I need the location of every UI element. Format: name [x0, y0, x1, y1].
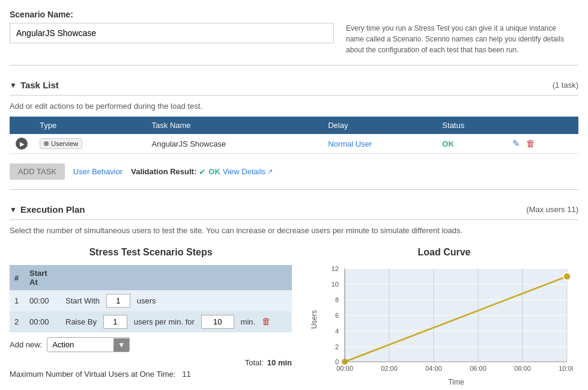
y-label-10: 10	[332, 281, 339, 288]
table-row: ▶ Userview AngularJS Showcase Normal Use…	[10, 134, 578, 154]
validation-label: Validation Result:	[131, 167, 196, 176]
step-start-2: 00:00	[25, 311, 61, 332]
task-list-chevron: ▼	[10, 81, 17, 90]
scenario-hint: Every time you run a Stress Test you can…	[346, 23, 574, 55]
max-users-row: Maximum Number of Virtual Users at One T…	[10, 370, 292, 379]
step-action-1: Start With	[65, 296, 100, 305]
row-type: Userview	[34, 134, 146, 154]
end-dot	[563, 273, 571, 280]
stress-test-title: Stress Test Scenario Steps	[10, 247, 292, 258]
stress-test-box: Stress Test Scenario Steps # Start At 1	[10, 247, 292, 386]
step-num-1: 1	[10, 290, 25, 311]
step-value2-2[interactable]	[201, 315, 234, 329]
edit-icon[interactable]: ✎	[512, 138, 520, 148]
row-edit-delete: ✎ 🗑	[506, 134, 578, 154]
external-link-icon: ↗	[267, 168, 273, 175]
scenario-name-label: Scenario Name:	[10, 10, 578, 19]
col-type	[10, 117, 34, 134]
task-list-count: (1 task)	[553, 81, 578, 90]
scenario-section: Scenario Name: Every time you run a Stre…	[10, 10, 578, 55]
col-status: Status	[436, 117, 506, 134]
y-label-2: 2	[335, 343, 339, 350]
total-value: 10 min	[267, 358, 292, 367]
exec-description: Select the number of simultaneous users …	[10, 220, 578, 241]
delay-link[interactable]: Normal User	[328, 139, 372, 148]
x-label-3: 06:00	[470, 365, 486, 372]
step-value1-2[interactable]	[103, 315, 127, 329]
col-start: Start At	[25, 265, 61, 290]
load-curve-title: Load Curve	[310, 247, 578, 258]
chart-wrapper: Users	[310, 263, 578, 377]
execution-plan-title-group: ▼ Execution Plan	[10, 204, 85, 215]
step-action-2: Raise By	[65, 317, 97, 326]
row-taskname: AngularJS Showcase	[146, 134, 323, 154]
load-curve-box: Load Curve Users	[310, 247, 578, 386]
step-unit1-2: users per min. for	[134, 317, 195, 326]
scenario-row: Every time you run a Stress Test you can…	[10, 23, 578, 55]
action-dropdown-btn[interactable]: ▼	[114, 338, 129, 352]
userview-label: Userview	[51, 140, 78, 147]
row-play: ▶	[10, 134, 34, 154]
x-label-1: 02:00	[381, 365, 398, 372]
col-taskname: Task Name	[146, 117, 323, 134]
col-type-label: Type	[34, 117, 146, 134]
step-unit2-2: min.	[241, 317, 256, 326]
execution-plan-section: ▼ Execution Plan (Max users 11) Select t…	[10, 200, 578, 386]
x-label-0: 00:00	[336, 365, 353, 372]
col-action-detail	[61, 265, 292, 290]
scenario-name-input[interactable]	[10, 23, 334, 43]
x-label-5: 10:00	[559, 365, 573, 372]
validation-result: Validation Result: ✔ OK View Details ↗	[131, 167, 273, 177]
step-row-2: 2 00:00 Raise By users per min. for	[10, 311, 292, 332]
delete-step-2[interactable]: 🗑	[262, 316, 271, 326]
y-label-6: 6	[335, 312, 339, 319]
action-select[interactable]: Action	[47, 338, 114, 352]
user-behavior-link[interactable]: User Behavior	[73, 167, 123, 176]
x-label-4: 08:00	[514, 365, 531, 372]
execution-plan-chevron: ▼	[10, 206, 17, 214]
divider2	[10, 189, 578, 190]
task-table: Type Task Name Delay Status ▶	[10, 117, 578, 154]
y-axis-label: Users	[310, 310, 318, 329]
task-list-section: ▼ Task List (1 task) Add or edit actions…	[10, 75, 578, 184]
x-axis-label: Time	[334, 378, 578, 386]
add-new-label: Add new:	[10, 340, 42, 349]
divider	[10, 65, 578, 66]
check-icon: ✔	[199, 167, 206, 177]
col-delay: Delay	[322, 117, 436, 134]
userview-badge: Userview	[40, 138, 82, 149]
step-value1-1[interactable]	[106, 294, 130, 308]
load-curve-chart: 12 10 8 6 4 2 0 00:00 02:00 04:00 06:00 …	[321, 263, 573, 377]
row-status: OK	[436, 134, 506, 154]
step-row-1: 1 00:00 Start With users	[10, 290, 292, 311]
col-num: #	[10, 265, 25, 290]
y-label-8: 8	[335, 296, 339, 303]
steps-table: # Start At 1 00:00 Start With	[10, 265, 292, 332]
add-task-button: ADD TASK	[10, 163, 65, 180]
step-unit1-1: users	[137, 296, 156, 305]
exec-content: Stress Test Scenario Steps # Start At 1	[10, 247, 578, 386]
col-actions	[506, 117, 578, 134]
delete-icon[interactable]: 🗑	[526, 138, 535, 148]
row-delay: Normal User	[322, 134, 436, 154]
task-actions: ADD TASK User Behavior Validation Result…	[10, 159, 578, 184]
step-num-2: 2	[10, 311, 25, 332]
status-ok: OK	[442, 139, 454, 148]
x-label-2: 04:00	[425, 365, 442, 372]
validation-ok-text: OK	[208, 167, 220, 176]
task-list-header[interactable]: ▼ Task List (1 task)	[10, 75, 578, 96]
play-icon: ▶	[20, 141, 25, 147]
execution-plan-header[interactable]: ▼ Execution Plan (Max users 11)	[10, 200, 578, 220]
max-users-value: 11	[182, 370, 190, 379]
max-users-label: Maximum Number of Virtual Users at One T…	[10, 370, 175, 379]
y-label-12: 12	[332, 265, 339, 272]
task-list-title: Task List	[20, 80, 59, 90]
step-start-1: 00:00	[25, 290, 61, 311]
userview-dot	[44, 141, 49, 146]
task-list-title-group: ▼ Task List	[10, 80, 59, 90]
y-label-4: 4	[335, 328, 339, 335]
page-container: Scenario Name: Every time you run a Stre…	[0, 0, 588, 390]
totals-row: Total: 10 min	[10, 358, 292, 367]
view-details-link[interactable]: View Details ↗	[223, 167, 273, 176]
play-button[interactable]: ▶	[16, 138, 28, 150]
